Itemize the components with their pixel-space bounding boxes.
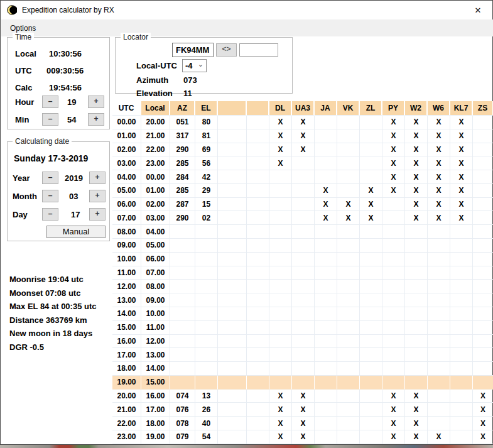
spacer-cell (247, 211, 269, 225)
visibility-mark-cell: X (292, 390, 315, 403)
close-button[interactable]: ✕ (463, 1, 492, 19)
day-minus-button[interactable]: – (42, 208, 58, 221)
table-row: 13.0009.00 (112, 293, 493, 307)
visibility-mark-cell: X (450, 211, 473, 225)
visibility-mark-cell (315, 335, 337, 349)
visibility-mark-cell (360, 129, 382, 143)
spacer-cell (247, 143, 269, 157)
visibility-mark-cell (473, 253, 493, 266)
visibility-mark-cell: X (269, 430, 292, 444)
local-utc-dropdown[interactable]: -4 ⌄ (182, 59, 207, 72)
visibility-mark-cell (405, 253, 428, 266)
visibility-mark-cell (269, 266, 292, 280)
visibility-mark-cell (337, 403, 360, 417)
manual-button[interactable]: Manual (46, 226, 106, 238)
column-header: W6 (428, 101, 450, 116)
column-header: UA3 (292, 101, 315, 116)
local-utc-label: Local-UTC (136, 61, 177, 70)
min-plus-button[interactable]: + (88, 113, 104, 126)
elevation-cell (195, 362, 218, 376)
time-groupbox: Time Local 10:30:56 UTC 009:30:56 Calc 1… (7, 37, 110, 129)
visibility-mark-cell (428, 253, 450, 266)
visibility-mark-cell (315, 156, 337, 170)
year-plus-button[interactable]: + (89, 172, 106, 184)
month-plus-button[interactable]: + (89, 190, 106, 202)
table-row: 14.0010.00 (112, 307, 493, 321)
hour-plus-button[interactable]: + (88, 96, 104, 108)
visibility-mark-cell (292, 170, 315, 184)
visibility-mark-cell (450, 280, 473, 293)
column-header: Local (141, 101, 170, 116)
visibility-mark-cell: X (405, 198, 428, 212)
spacer-cell (218, 376, 247, 390)
elevation-value: 11 (183, 89, 192, 98)
utc-cell: 19.00 (112, 376, 141, 390)
visibility-mark-cell (269, 211, 292, 225)
visibility-mark-cell (428, 417, 450, 430)
hour-label: Hour (15, 97, 34, 107)
visibility-mark-cell (360, 430, 382, 444)
visibility-mark-cell (337, 362, 360, 376)
visibility-mark-cell (292, 376, 315, 390)
month-minus-button[interactable]: – (42, 190, 58, 202)
title-bar: Expedition calculator by RX ✕ (1, 1, 492, 19)
visibility-mark-cell (473, 170, 493, 184)
spacer-cell (218, 362, 247, 376)
hour-minus-button[interactable]: – (42, 96, 58, 108)
visibility-mark-cell (405, 307, 428, 321)
desktop-background-sliver (0, 445, 493, 448)
spacer-cell (247, 253, 269, 266)
visibility-mark-cell: X (337, 211, 360, 225)
visibility-mark-cell (473, 239, 493, 253)
secondary-locator-input[interactable] (239, 43, 278, 57)
local-cell: 01.00 (141, 184, 170, 198)
visibility-mark-cell (337, 430, 360, 444)
utc-cell: 12.00 (112, 280, 141, 293)
visibility-mark-cell (292, 156, 315, 170)
year-minus-button[interactable]: – (42, 172, 58, 184)
spacer-cell (218, 417, 247, 430)
visibility-mark-cell (269, 362, 292, 376)
local-cell: 20.00 (141, 116, 170, 129)
visibility-mark-cell (450, 307, 473, 321)
visibility-mark-cell: X (382, 417, 405, 430)
visibility-mark-cell (360, 376, 382, 390)
utc-cell: 22.00 (112, 417, 141, 430)
min-value: 54 (67, 115, 76, 124)
elevation-cell (195, 253, 218, 266)
elevation-cell (195, 280, 218, 293)
spacer-cell (218, 198, 247, 212)
elevation-cell: 29 (195, 184, 218, 198)
visibility-mark-cell (428, 321, 450, 335)
visibility-mark-cell (292, 335, 315, 349)
spacer-cell (247, 307, 269, 321)
visibility-mark-cell: X (360, 211, 382, 225)
local-cell: 21.00 (141, 129, 170, 143)
min-minus-button[interactable]: – (42, 113, 58, 126)
visibility-mark-cell (405, 266, 428, 280)
visibility-mark-cell (473, 376, 493, 390)
utc-cell: 09.00 (112, 239, 141, 253)
visibility-mark-cell (315, 403, 337, 417)
visibility-mark-cell (428, 239, 450, 253)
day-plus-button[interactable]: + (89, 208, 106, 221)
elevation-cell (195, 239, 218, 253)
swap-locator-button[interactable]: <> (216, 43, 237, 57)
spacer-cell (247, 293, 269, 307)
locator-groupbox: Locator <> Local-UTC -4 ⌄ Azimuth 073 El… (115, 37, 293, 94)
locator-input[interactable] (172, 43, 214, 57)
azimuth-cell (170, 321, 195, 335)
visibility-mark-cell (382, 376, 405, 390)
visibility-mark-cell: X (450, 129, 473, 143)
column-header: PY (382, 101, 405, 116)
azimuth-cell (170, 348, 195, 362)
spacer-cell (247, 129, 269, 143)
distance-text: Distance 363769 km (9, 314, 97, 327)
visibility-mark-cell: X (473, 430, 493, 444)
visibility-mark-cell (337, 170, 360, 184)
elevation-cell: 81 (195, 129, 218, 143)
visibility-mark-cell (269, 225, 292, 239)
spacer-cell (247, 198, 269, 212)
visibility-mark-cell: X (382, 403, 405, 417)
visibility-mark-cell (450, 348, 473, 362)
